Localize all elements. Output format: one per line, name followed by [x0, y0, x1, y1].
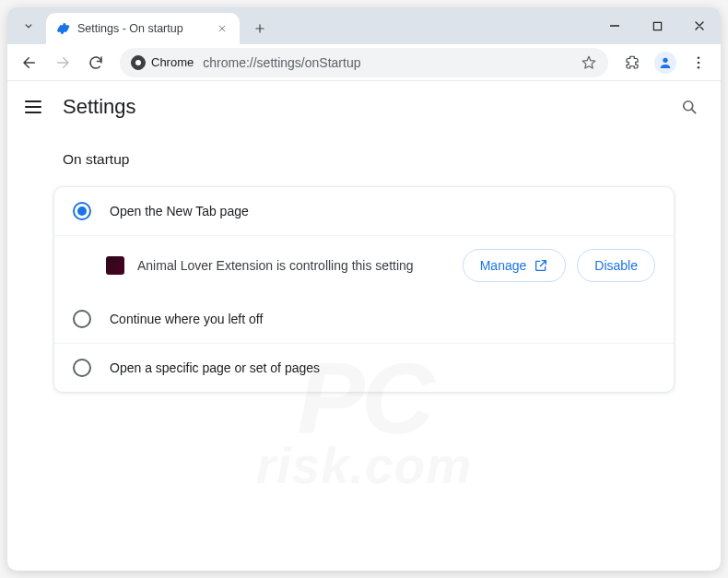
svg-point-4: [698, 65, 700, 68]
svg-point-1: [663, 57, 667, 62]
browser-window: Settings - On startup: [7, 7, 721, 571]
profile-avatar[interactable]: [654, 52, 676, 74]
option-new-tab-page[interactable]: Open the New Tab page: [54, 187, 674, 235]
tab-strip: Settings - On startup: [7, 7, 721, 44]
section-title: On startup: [63, 151, 675, 168]
tab-title: Settings - On startup: [77, 22, 183, 35]
settings-header: Settings: [7, 81, 721, 133]
chrome-icon: [131, 55, 146, 70]
open-in-new-icon: [534, 258, 548, 273]
manage-label: Manage: [480, 258, 527, 273]
reload-button[interactable]: [81, 48, 111, 77]
startup-options-card: Open the New Tab page Animal Lover Exten…: [53, 186, 675, 393]
option-label: Open the New Tab page: [110, 204, 249, 218]
menu-button[interactable]: [684, 48, 713, 77]
extension-icon: [106, 256, 124, 275]
maximize-button[interactable]: [636, 7, 678, 44]
extensions-button[interactable]: [617, 48, 647, 77]
disable-extension-button[interactable]: Disable: [577, 249, 655, 282]
radio-icon: [73, 310, 91, 328]
window-controls: [593, 7, 721, 44]
svg-rect-0: [653, 22, 661, 29]
radio-icon: [73, 359, 91, 377]
svg-point-2: [698, 56, 700, 59]
tab-search-button[interactable]: [17, 14, 41, 38]
url-text: chrome://settings/onStartup: [203, 55, 360, 70]
svg-point-5: [684, 101, 693, 111]
address-bar[interactable]: Chrome chrome://settings/onStartup: [120, 48, 608, 77]
browser-toolbar: Chrome chrome://settings/onStartup: [7, 44, 721, 81]
tab-settings[interactable]: Settings - On startup: [46, 13, 240, 44]
option-label: Continue where you left off: [110, 312, 263, 326]
option-label: Open a specific page or set of pages: [110, 360, 320, 375]
minimize-button[interactable]: [593, 7, 636, 44]
page-title: Settings: [63, 95, 136, 119]
forward-button[interactable]: [48, 48, 77, 77]
close-window-button[interactable]: [678, 7, 721, 44]
manage-extension-button[interactable]: Manage: [463, 249, 567, 282]
svg-point-3: [698, 61, 700, 64]
settings-content: On startup Open the New Tab page Animal …: [7, 133, 721, 571]
watermark-line2: risk.com: [256, 443, 472, 490]
extension-notice-text: Animal Lover Extension is controlling th…: [137, 258, 414, 273]
site-chip-label: Chrome: [151, 55, 194, 69]
new-tab-button[interactable]: [247, 16, 273, 41]
back-button[interactable]: [15, 48, 44, 77]
settings-search-button[interactable]: [673, 90, 706, 124]
option-specific-pages[interactable]: Open a specific page or set of pages: [54, 343, 674, 392]
option-continue-where-left-off[interactable]: Continue where you left off: [54, 295, 674, 343]
tab-close-button[interactable]: [214, 20, 230, 37]
extension-controlled-notice: Animal Lover Extension is controlling th…: [54, 235, 674, 295]
radio-icon: [73, 202, 91, 220]
disable-label: Disable: [594, 258, 638, 273]
site-chip: Chrome: [131, 55, 194, 70]
settings-menu-button[interactable]: [22, 96, 44, 118]
bookmark-star-icon[interactable]: [581, 54, 597, 71]
gear-icon: [55, 21, 70, 36]
